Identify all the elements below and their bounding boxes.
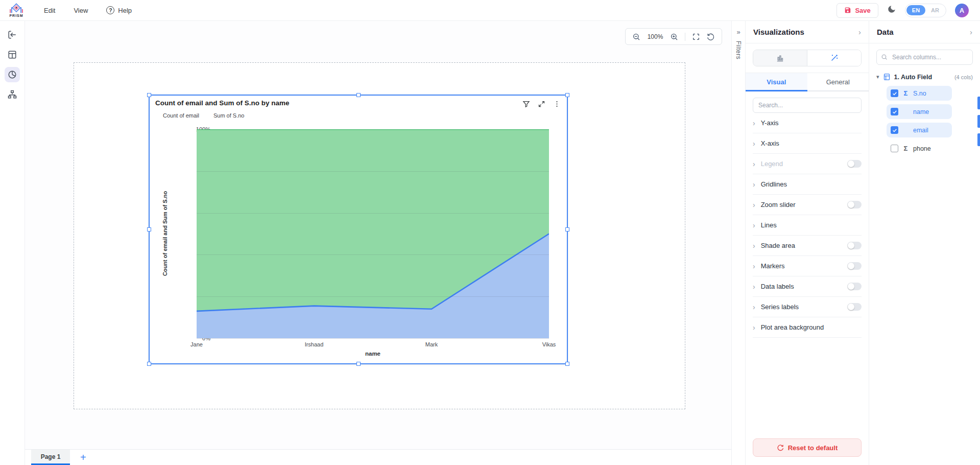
search-columns-input[interactable] xyxy=(876,50,973,65)
field-row-sno[interactable]: ΣS.no xyxy=(887,86,952,101)
toggle-switch-off[interactable] xyxy=(847,262,862,270)
field-row-phone[interactable]: Σphone xyxy=(887,141,952,156)
resize-handle[interactable] xyxy=(565,227,569,231)
exit-button[interactable] xyxy=(5,27,20,42)
design-canvas[interactable]: 100% Count of email and Sum of S.no by n… xyxy=(25,21,731,465)
viz-option-label: Y-axis xyxy=(761,119,779,127)
gridline xyxy=(197,338,549,339)
viz-option-label: X-axis xyxy=(761,140,779,147)
collapse-data-icon[interactable]: › xyxy=(970,28,972,36)
selected-field-indicator xyxy=(977,133,980,146)
menu-edit[interactable]: Edit xyxy=(44,7,55,14)
visualizations-panel: Visualizations › Visual General xyxy=(745,21,869,465)
fit-screen-button[interactable] xyxy=(692,33,700,41)
tab-visual[interactable]: Visual xyxy=(746,73,807,90)
zoom-out-button[interactable] xyxy=(632,33,640,41)
viz-option-gridlines[interactable]: ›Gridlines xyxy=(753,174,862,195)
widget-expand-button[interactable] xyxy=(538,100,545,108)
toggle-switch-off[interactable] xyxy=(847,283,862,290)
lang-en[interactable]: EN xyxy=(906,5,925,15)
data-title: Data xyxy=(877,28,894,36)
field-checkbox[interactable] xyxy=(891,145,898,152)
chart-mode-switch xyxy=(753,50,862,66)
chevron-down-icon[interactable]: ▾ xyxy=(876,74,879,80)
x-axis-title: name xyxy=(197,351,549,357)
chart-type-button[interactable] xyxy=(753,50,807,66)
legend-item[interactable]: Sum of S.no xyxy=(213,112,245,119)
resize-handle[interactable] xyxy=(356,93,361,97)
page-tab[interactable]: Page 1 xyxy=(31,450,70,465)
chart-widget[interactable]: Count of email and Sum of S.no by name C… xyxy=(149,95,568,364)
toggle-switch-off[interactable] xyxy=(847,201,862,208)
avatar[interactable]: A xyxy=(955,4,969,17)
field-row-email[interactable]: email xyxy=(887,123,952,137)
tab-general[interactable]: General xyxy=(807,73,869,90)
resize-handle[interactable] xyxy=(147,362,151,366)
data-panel: Data › ▾ 1. Auto Field (4 cols) ΣS.nonam… xyxy=(869,21,980,465)
field-name: S.no xyxy=(913,90,926,97)
chevron-right-icon: › xyxy=(753,180,755,189)
chevron-right-icon: › xyxy=(753,201,755,209)
viz-search-input[interactable] xyxy=(753,98,862,113)
toolbar-divider xyxy=(685,33,685,41)
viz-option-x-axis[interactable]: ›X-axis xyxy=(753,133,862,154)
chart-title: Count of email and Sum of S.no by name xyxy=(155,99,290,107)
filters-rail-label[interactable]: Filters xyxy=(735,41,742,59)
viz-option-plot-area-background[interactable]: ›Plot area background xyxy=(753,317,862,338)
resize-handle[interactable] xyxy=(356,362,361,366)
collapse-visualizations-icon[interactable]: › xyxy=(858,28,861,36)
resize-handle[interactable] xyxy=(147,93,151,97)
bar-chart-icon xyxy=(776,54,784,62)
field-row-name[interactable]: name xyxy=(887,104,952,119)
add-page-button[interactable]: + xyxy=(80,452,86,462)
chevron-right-icon: › xyxy=(753,119,755,127)
menu-help[interactable]: ? Help xyxy=(106,6,132,14)
widget-filter-button[interactable] xyxy=(522,100,530,108)
toggle-switch-off[interactable] xyxy=(847,303,862,311)
expand-filters-icon[interactable]: » xyxy=(736,28,740,36)
style-magic-button[interactable] xyxy=(807,50,861,66)
zoom-level: 100% xyxy=(647,33,663,40)
exit-icon xyxy=(8,30,17,39)
save-button[interactable]: Save xyxy=(836,3,878,18)
viz-option-data-labels[interactable]: ›Data labels xyxy=(753,276,862,297)
canvas-zoom-toolbar: 100% xyxy=(625,28,722,45)
app-logo[interactable]: PRISM xyxy=(5,3,28,17)
viz-option-series-labels[interactable]: ›Series labels xyxy=(753,297,862,317)
layout-tool-button[interactable] xyxy=(5,47,20,62)
reset-view-button[interactable] xyxy=(707,33,715,41)
lang-ar[interactable]: AR xyxy=(925,5,945,15)
widget-menu-button[interactable] xyxy=(553,100,561,108)
field-checkbox[interactable] xyxy=(891,89,898,97)
chevron-right-icon: › xyxy=(753,140,755,148)
chart-tool-button[interactable] xyxy=(5,67,20,82)
field-list: ΣS.nonameemailΣphone xyxy=(876,86,973,156)
toggle-switch-off[interactable] xyxy=(847,242,862,249)
toggle-switch-off[interactable] xyxy=(847,160,862,168)
viz-option-lines[interactable]: ›Lines xyxy=(753,215,862,236)
viz-option-label: Shade area xyxy=(761,242,795,249)
field-checkbox[interactable] xyxy=(891,108,898,115)
viz-option-zoom-slider[interactable]: ›Zoom slider xyxy=(753,195,862,215)
resize-handle[interactable] xyxy=(147,227,151,231)
field-checkbox[interactable] xyxy=(891,126,898,134)
field-name: name xyxy=(913,108,929,115)
dataset-group-row[interactable]: ▾ 1. Auto Field (4 cols) xyxy=(876,73,973,81)
viz-option-y-axis[interactable]: ›Y-axis xyxy=(753,113,862,133)
language-toggle[interactable]: EN AR xyxy=(905,4,946,17)
sigma-icon: Σ xyxy=(902,145,909,152)
reset-to-default-button[interactable]: Reset to default xyxy=(753,438,862,457)
visualizations-title: Visualizations xyxy=(753,28,804,36)
resize-handle[interactable] xyxy=(565,93,569,97)
help-icon: ? xyxy=(106,6,114,14)
field-name: email xyxy=(913,127,928,134)
menu-view[interactable]: View xyxy=(74,7,88,14)
viz-option-legend[interactable]: ›Legend xyxy=(753,154,862,174)
zoom-in-button[interactable] xyxy=(670,33,678,41)
hierarchy-tool-button[interactable] xyxy=(5,87,20,102)
viz-option-markers[interactable]: ›Markers xyxy=(753,256,862,276)
dark-mode-toggle[interactable] xyxy=(887,5,896,16)
legend-item[interactable]: Count of email xyxy=(163,112,199,119)
viz-option-shade-area[interactable]: ›Shade area xyxy=(753,236,862,256)
resize-handle[interactable] xyxy=(565,362,569,366)
